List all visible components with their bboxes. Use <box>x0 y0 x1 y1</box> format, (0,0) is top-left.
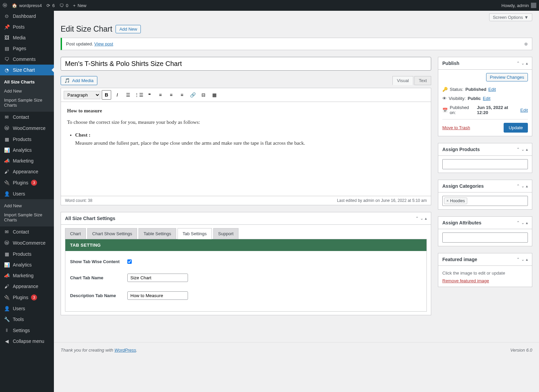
user-menu[interactable]: Howdy, admin <box>502 3 536 8</box>
comments-link[interactable]: 🗨 0 <box>59 3 68 8</box>
new-link[interactable]: + New <box>73 3 87 8</box>
admin-bar: ⓦ 🏠 wordpress4 ⟳ 6 🗨 0 + New Howdy, admi… <box>0 0 539 11</box>
site-name: wordpress4 <box>19 3 42 8</box>
howdy-text: Howdy, admin <box>502 3 529 8</box>
avatar <box>531 3 536 8</box>
site-link[interactable]: 🏠 wordpress4 <box>12 3 42 8</box>
wp-logo[interactable]: ⓦ <box>3 2 7 8</box>
updates-link[interactable]: ⟳ 6 <box>46 3 55 8</box>
